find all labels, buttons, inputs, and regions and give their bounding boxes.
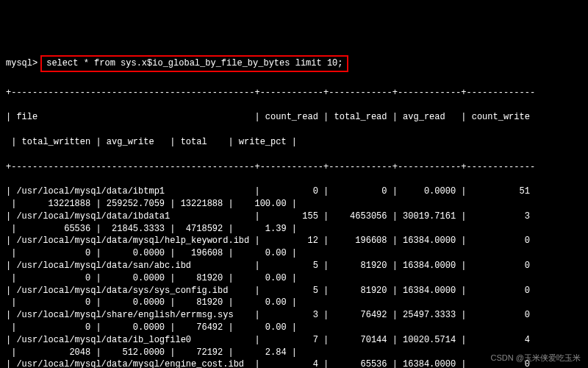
table-row: | 0 | 0.0000 | 81920 | 0.00 | <box>6 272 582 285</box>
table-header-line2: | total_written | avg_write | total | wr… <box>6 136 582 149</box>
sql-query-highlighted: select * from sys.x$io_global_by_file_by… <box>40 55 348 72</box>
table-header-line1: | file | count_read | total_read | avg_r… <box>6 111 582 124</box>
prompt-line[interactable]: mysql> select * from sys.x$io_global_by_… <box>6 55 582 72</box>
table-row: | /usr/local/mysql/data/ib_logfile0 | 7 … <box>6 334 582 347</box>
table-row: | /usr/local/mysql/data/ibtmp1 | 0 | 0 |… <box>6 185 582 198</box>
table-row: | /usr/local/mysql/data/mysql/help_keywo… <box>6 235 582 247</box>
table-border-mid: +---------------------------------------… <box>6 161 582 174</box>
table-row: | /usr/local/mysql/data/san/abc.ibd | 5 … <box>6 260 582 272</box>
table-row: | 0 | 0.0000 | 81920 | 0.00 | <box>6 297 582 309</box>
table-row: | /usr/local/mysql/data/sys/sys_config.i… <box>6 285 582 297</box>
table-border-top: +---------------------------------------… <box>6 87 582 99</box>
table-row: | /usr/local/mysql/data/ibdata1 | 155 | … <box>6 210 582 223</box>
table-row: | 65536 | 21845.3333 | 4718592 | 1.39 | <box>6 223 582 236</box>
mysql-prompt: mysql> <box>6 57 37 70</box>
table-row: | /usr/local/mysql/share/english/errmsg.… <box>6 309 582 322</box>
table-row: | 13221888 | 259252.7059 | 13221888 | 10… <box>6 198 582 210</box>
table-row: | 0 | 0.0000 | 196608 | 0.00 | <box>6 247 582 260</box>
watermark: CSDN @玉米侠爱吃玉米 <box>491 353 581 364</box>
table-body: | /usr/local/mysql/data/ibtmp1 | 0 | 0 |… <box>6 185 582 368</box>
table-row: | 0 | 0.0000 | 76492 | 0.00 | <box>6 322 582 334</box>
